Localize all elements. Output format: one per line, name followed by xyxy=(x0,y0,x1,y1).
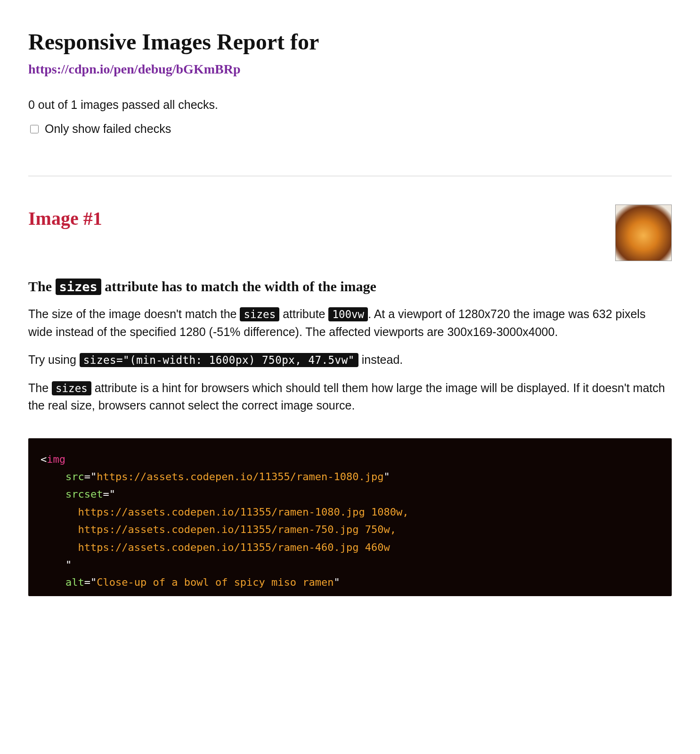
check-title-pre: The xyxy=(28,279,56,294)
code-punct: < xyxy=(41,453,47,465)
p1-text-a: The size of the image doesn't match the xyxy=(28,307,240,320)
sizes-code-chip: sizes xyxy=(56,279,101,295)
only-failed-label: Only show failed checks xyxy=(45,120,171,138)
p3-text-b: attribute is a hint for browsers which s… xyxy=(28,381,665,412)
code-block: <img src="https://assets.codepen.io/1135… xyxy=(28,438,672,596)
filter-row[interactable]: Only show failed checks xyxy=(28,120,672,138)
report-url-link[interactable]: https://cdpn.io/pen/debug/bGKmBRp xyxy=(28,62,240,76)
code-punct: " xyxy=(65,559,72,571)
code-string: https://assets.codepen.io/11355/ramen-10… xyxy=(78,506,408,518)
code-punct: " xyxy=(334,576,340,588)
code-tag: img xyxy=(47,453,65,465)
image-heading: Image #1 xyxy=(28,205,102,233)
code-punct: =" xyxy=(84,576,97,588)
only-failed-checkbox[interactable] xyxy=(30,125,39,133)
code-attr: src xyxy=(65,471,84,483)
code-punct: " xyxy=(384,471,390,483)
check-title: The sizes attribute has to match the wid… xyxy=(28,277,672,296)
suggested-sizes-code-chip: sizes="(min-width: 1600px) 750px, 47.5vw… xyxy=(80,353,358,367)
code-string: https://assets.codepen.io/11355/ramen-46… xyxy=(78,541,390,553)
code-string: Close-up of a bowl of spicy miso ramen xyxy=(97,576,334,588)
summary-text: 0 out of 1 images passed all checks. xyxy=(28,96,672,114)
check-paragraph-1: The size of the image doesn't match the … xyxy=(28,305,672,341)
sizes-code-chip: sizes xyxy=(240,307,279,321)
code-attr: srcset xyxy=(65,488,103,500)
check-title-post: attribute has to match the width of the … xyxy=(101,279,376,294)
check-paragraph-3: The sizes attribute is a hint for browse… xyxy=(28,379,672,415)
sizes-code-chip: sizes xyxy=(52,381,91,395)
code-string: https://assets.codepen.io/11355/ramen-10… xyxy=(97,471,383,483)
code-punct: =" xyxy=(103,488,115,500)
hundredvw-code-chip: 100vw xyxy=(328,307,368,321)
p2-text-a: Try using xyxy=(28,353,80,366)
image-thumbnail xyxy=(615,205,672,261)
p2-text-b: instead. xyxy=(358,353,403,366)
image-heading-link[interactable]: Image #1 xyxy=(28,205,102,233)
code-punct: =" xyxy=(84,471,97,483)
p3-text-a: The xyxy=(28,381,52,394)
page-title: Responsive Images Report for xyxy=(28,28,672,56)
code-string: https://assets.codepen.io/11355/ramen-75… xyxy=(78,524,396,535)
section-divider xyxy=(28,176,672,176)
code-attr: alt xyxy=(65,576,84,588)
check-paragraph-2: Try using sizes="(min-width: 1600px) 750… xyxy=(28,351,672,369)
p1-text-b: attribute xyxy=(279,307,328,320)
